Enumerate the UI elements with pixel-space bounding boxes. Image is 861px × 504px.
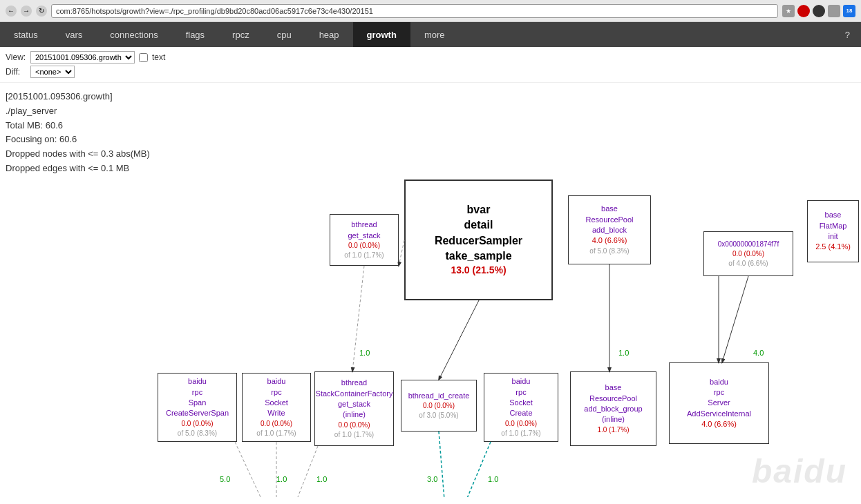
- nav-question[interactable]: ?: [834, 22, 861, 47]
- node-srv-val: 4.0 (6.6%): [701, 419, 737, 429]
- nav-cpu[interactable]: cpu: [263, 22, 305, 47]
- svg-line-4: [722, 276, 748, 362]
- diff-select[interactable]: <none>: [30, 66, 75, 78]
- node-hex-of: of 4.0 (6.6%): [728, 259, 768, 269]
- node-fm-2: FlatMap: [820, 221, 847, 231]
- node-brpa-3: add_block: [592, 225, 627, 235]
- info-block: [20151001.095306.growth] ./play_server T…: [6, 90, 150, 176]
- controls-bar: View: 20151001.095306.growth text Diff: …: [0, 47, 861, 83]
- info-dropped-nodes: Dropped nodes with <= 0.3 abs(MB): [6, 147, 150, 162]
- view-label: View:: [6, 52, 26, 62]
- bookmark-icon[interactable]: ★: [782, 5, 795, 17]
- node-socket-create[interactable]: baidu rpc Socket Create 0.0 (0.0%) of 1.…: [484, 373, 558, 442]
- svg-line-6: [235, 442, 269, 497]
- nav-flags[interactable]: flags: [172, 22, 218, 47]
- node-main[interactable]: bvar detail ReducerSampler take_sample 1…: [404, 180, 553, 300]
- node-main-line1: bvar: [467, 202, 491, 217]
- view-row: View: 20151001.095306.growth text: [6, 51, 855, 64]
- node-sc-3: Socket: [509, 398, 533, 408]
- node-bid-of: of 3.0 (5.0%): [419, 411, 458, 420]
- node-sc-of: of 1.0 (1.7%): [501, 429, 540, 438]
- node-flatmap[interactable]: base FlatMap init 2.5 (4.1%): [807, 200, 859, 262]
- node-stackfactory[interactable]: bthread StackContainerFactory get_stack …: [314, 371, 394, 446]
- view-select[interactable]: 20151001.095306.growth: [30, 51, 135, 64]
- edge-label-6: 1.0: [316, 475, 327, 483]
- node-scf-2: StackContainerFactory: [316, 389, 393, 399]
- node-span-4: CreateServerSpan: [166, 408, 229, 418]
- back-button[interactable]: ←: [6, 6, 17, 17]
- info-focusing: Focusing on: 60.6: [6, 133, 150, 147]
- text-checkbox[interactable]: [139, 53, 148, 62]
- info-total-mb: Total MB: 60.6: [6, 119, 150, 133]
- ext-icon-dark[interactable]: [813, 5, 825, 17]
- edge-label-8: 1.0: [488, 475, 498, 483]
- node-bthread-gs[interactable]: bthread get_stack 0.0 (0.0%) of 1.0 (1.7…: [330, 214, 399, 266]
- node-sw-1: baidu: [267, 376, 286, 387]
- ext-icon-gray[interactable]: [828, 5, 840, 17]
- node-bthread-id[interactable]: bthread_id_create 0.0 (0.0%) of 3.0 (5.0…: [401, 380, 477, 432]
- nav-rpcz[interactable]: rpcz: [218, 22, 263, 47]
- node-bgs-of: of 1.0 (1.7%): [344, 251, 384, 260]
- node-brpa-1: base: [601, 204, 618, 214]
- node-srv-3: Server: [708, 398, 730, 408]
- node-rp-addgroup[interactable]: base ResourcePool add_block_group (inlin…: [570, 371, 656, 446]
- info-subtitle: ./play_server: [6, 104, 150, 119]
- node-bgs-val: 0.0 (0.0%): [348, 241, 380, 251]
- node-span-val: 0.0 (0.0%): [181, 419, 213, 429]
- nav-vars[interactable]: vars: [52, 22, 97, 47]
- nav-bar: status vars connections flags rpcz cpu h…: [0, 22, 861, 47]
- node-span-1: baidu: [188, 376, 207, 387]
- node-server[interactable]: baidu rpc Server AddServiceInternal 4.0 …: [669, 362, 769, 444]
- node-base-rp-add[interactable]: base ResourcePool add_block 4.0 (6.6%) o…: [568, 195, 651, 264]
- node-hex-addr: 0x000000001874f7f: [718, 240, 779, 249]
- node-sc-2: rpc: [515, 387, 526, 398]
- node-scf-4: (inline): [343, 409, 366, 420]
- nav-connections[interactable]: connections: [96, 22, 171, 47]
- edge-label-3: 4.0: [753, 349, 764, 357]
- diff-row: Diff: <none>: [6, 66, 855, 78]
- node-srv-4: AddServiceInternal: [687, 409, 751, 419]
- refresh-button[interactable]: ↻: [36, 6, 47, 17]
- edge-label-4: 5.0: [220, 475, 230, 483]
- node-sc-val: 0.0 (0.0%): [505, 419, 537, 429]
- browser-bar: ← → ↻ ★ 18: [0, 0, 861, 22]
- edge-label-5: 1.0: [276, 475, 287, 483]
- node-main-value: 13.0 (21.5%): [451, 264, 506, 278]
- node-sw-of: of 1.0 (1.7%): [256, 429, 296, 438]
- nav-more[interactable]: more: [410, 22, 459, 47]
- node-scf-1: bthread: [341, 378, 367, 388]
- node-rpag-2: ResourcePool: [589, 394, 637, 404]
- node-main-line2: detail: [464, 217, 493, 233]
- node-hex[interactable]: 0x000000001874f7f 0.0 (0.0%) of 4.0 (6.6…: [703, 231, 793, 276]
- node-rpag-4: (inline): [602, 414, 625, 425]
- node-rpag-1: base: [605, 382, 622, 393]
- node-socket-write[interactable]: baidu rpc Socket Write 0.0 (0.0%) of 1.0…: [242, 373, 311, 442]
- svg-line-10: [460, 442, 491, 497]
- ext-icon-blue[interactable]: 18: [843, 5, 855, 17]
- nav-status[interactable]: status: [0, 22, 52, 47]
- node-fm-1: base: [825, 210, 842, 220]
- edge-label-2: 1.0: [618, 349, 629, 357]
- node-brpa-of: of 5.0 (8.3%): [589, 246, 629, 256]
- ext-icon-red[interactable]: [797, 5, 810, 17]
- main-content: [20151001.095306.growth] ./play_server T…: [0, 83, 861, 497]
- node-brpa-val: 4.0 (6.6%): [592, 235, 627, 246]
- node-scf-of: of 1.0 (1.7%): [334, 430, 374, 440]
- node-brpa-2: ResourcePool: [585, 215, 633, 225]
- forward-button[interactable]: →: [21, 6, 32, 17]
- nav-heap[interactable]: heap: [305, 22, 353, 47]
- svg-line-2: [439, 300, 479, 380]
- node-hex-val: 0.0 (0.0%): [732, 249, 764, 259]
- node-bgs-2: get_stack: [348, 231, 380, 241]
- url-bar[interactable]: [51, 4, 778, 18]
- node-sc-1: baidu: [512, 376, 531, 387]
- node-scf-3: get_stack: [338, 399, 370, 409]
- node-sw-2: rpc: [271, 387, 281, 398]
- node-span[interactable]: baidu rpc Span CreateServerSpan 0.0 (0.0…: [158, 373, 237, 442]
- nav-growth[interactable]: growth: [353, 22, 410, 47]
- node-bid-1: bthread_id_create: [408, 391, 470, 401]
- node-span-2: rpc: [192, 387, 202, 398]
- svg-line-0: [399, 240, 404, 266]
- node-srv-2: rpc: [714, 387, 724, 398]
- node-srv-1: baidu: [710, 377, 728, 387]
